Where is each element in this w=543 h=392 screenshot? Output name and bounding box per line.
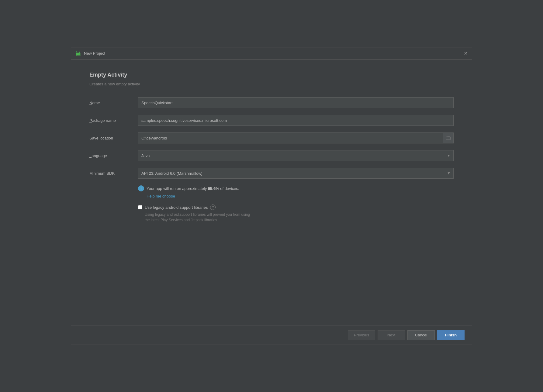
save-location-label-text: Save location xyxy=(89,136,113,140)
previous-label: Previous xyxy=(354,333,369,337)
legacy-checkbox-row: Use legacy android.support libraries ? xyxy=(138,205,454,210)
svg-point-1 xyxy=(77,53,78,54)
sdk-info: i Your app will run on approximately 95.… xyxy=(138,185,454,198)
cancel-label: Cancel xyxy=(415,333,427,337)
footer: Previous Next Cancel Finish xyxy=(71,325,472,345)
legacy-checkbox[interactable] xyxy=(138,205,142,209)
save-location-input-wrapper xyxy=(138,132,454,143)
sdk-percentage: 95.6% xyxy=(208,186,219,191)
svg-point-2 xyxy=(79,53,79,54)
save-location-row: Save location xyxy=(89,132,454,143)
help-me-choose-link[interactable]: Help me choose xyxy=(147,194,454,198)
name-input[interactable] xyxy=(138,97,454,108)
sdk-info-text: Your app will run on approximately 95.6%… xyxy=(147,186,239,191)
minimum-sdk-select-wrapper: API 23: Android 6.0 (Marshmallow) API 21… xyxy=(138,168,454,179)
finish-button[interactable]: Finish xyxy=(437,330,465,340)
title-bar: New Project ✕ xyxy=(71,47,472,60)
package-name-input[interactable] xyxy=(138,115,454,126)
next-button[interactable]: Next xyxy=(378,330,405,340)
language-select[interactable]: Java Kotlin xyxy=(138,150,454,161)
language-select-wrapper: Java Kotlin ▼ xyxy=(138,150,454,161)
svg-point-4 xyxy=(80,51,80,52)
save-location-label: Save location xyxy=(89,136,138,140)
close-button[interactable]: ✕ xyxy=(463,51,468,56)
title-bar-left: New Project xyxy=(75,50,105,57)
next-label: Next xyxy=(387,333,396,337)
android-icon xyxy=(75,50,81,57)
info-icon: i xyxy=(138,185,144,191)
minimum-sdk-row: Minimum SDK API 23: Android 6.0 (Marshma… xyxy=(89,168,454,179)
section-desc: Creates a new empty activity xyxy=(89,82,454,86)
browse-folder-button[interactable] xyxy=(443,132,454,143)
previous-button[interactable]: Previous xyxy=(348,330,375,340)
minimum-sdk-select[interactable]: API 23: Android 6.0 (Marshmallow) API 21… xyxy=(138,168,454,179)
name-label-text: Name xyxy=(89,101,100,105)
name-label: Name xyxy=(89,101,138,105)
language-label: Language xyxy=(89,153,138,158)
new-project-window: New Project ✕ Empty Activity Creates a n… xyxy=(71,47,472,345)
sdk-info-line: i Your app will run on approximately 95.… xyxy=(138,185,454,191)
window-title: New Project xyxy=(84,51,105,56)
content-area: Empty Activity Creates a new empty activ… xyxy=(71,60,472,325)
save-location-input[interactable] xyxy=(138,132,454,143)
cancel-button[interactable]: Cancel xyxy=(407,330,435,340)
legacy-checkbox-hint: Using legacy android.support libraries w… xyxy=(145,212,454,223)
name-row: Name xyxy=(89,97,454,108)
legacy-help-icon[interactable]: ? xyxy=(210,205,216,210)
language-row: Language Java Kotlin ▼ xyxy=(89,150,454,161)
minimum-sdk-label-text: Minimum SDK xyxy=(89,171,115,176)
package-name-row: Package name xyxy=(89,115,454,126)
language-label-text: Language xyxy=(89,153,107,158)
legacy-checkbox-area: Use legacy android.support libraries ? U… xyxy=(138,205,454,223)
folder-icon xyxy=(446,136,451,140)
svg-point-3 xyxy=(76,51,77,52)
minimum-sdk-label: Minimum SDK xyxy=(89,171,138,176)
finish-label: Finish xyxy=(445,333,457,337)
package-name-label: Package name xyxy=(89,118,138,123)
package-name-label-text: Package name xyxy=(89,118,116,123)
legacy-checkbox-label: Use legacy android.support libraries xyxy=(145,205,208,210)
section-title: Empty Activity xyxy=(89,72,454,78)
svg-rect-0 xyxy=(76,53,81,55)
